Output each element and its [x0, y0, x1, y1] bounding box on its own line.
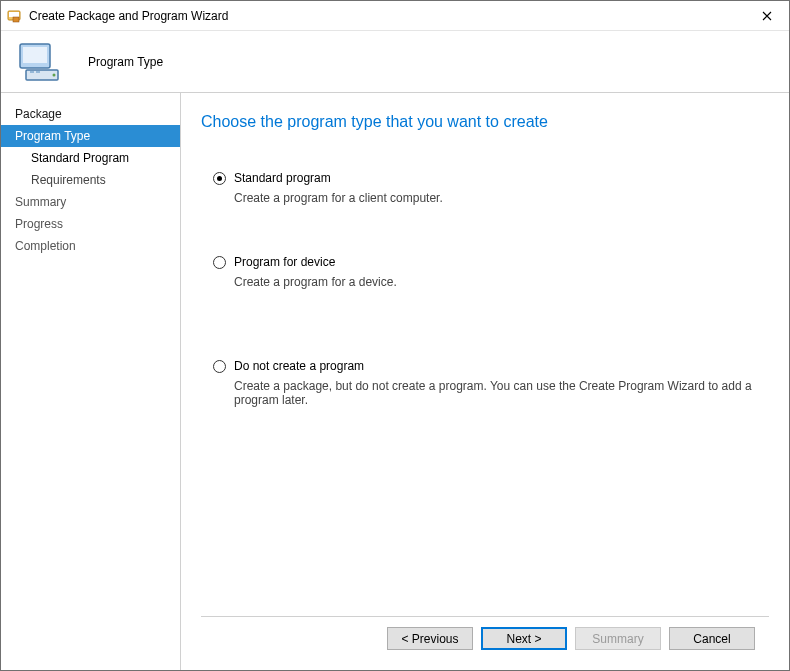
summary-button: Summary	[575, 627, 661, 650]
option-label: Do not create a program	[234, 359, 364, 373]
svg-rect-7	[30, 71, 34, 73]
radio-program-for-device[interactable]	[213, 256, 226, 269]
header-title: Program Type	[88, 55, 163, 69]
option-standard-program: Standard program Create a program for a …	[201, 171, 769, 205]
svg-rect-2	[13, 17, 19, 22]
nav-item-standard-program[interactable]: Standard Program	[1, 147, 180, 169]
nav-item-summary[interactable]: Summary	[1, 191, 180, 213]
nav-item-requirements[interactable]: Requirements	[1, 169, 180, 191]
option-label: Program for device	[234, 255, 335, 269]
option-desc: Create a package, but do not create a pr…	[234, 379, 769, 407]
svg-point-6	[53, 73, 56, 76]
radio-standard-program[interactable]	[213, 172, 226, 185]
svg-rect-1	[9, 12, 19, 17]
option-row[interactable]: Standard program	[213, 171, 769, 185]
nav-sidebar: Package Program Type Standard Program Re…	[1, 93, 181, 670]
option-desc: Create a program for a device.	[234, 275, 769, 289]
nav-item-completion[interactable]: Completion	[1, 235, 180, 257]
nav-item-progress[interactable]: Progress	[1, 213, 180, 235]
radio-do-not-create[interactable]	[213, 360, 226, 373]
nav-item-program-type[interactable]: Program Type	[1, 125, 180, 147]
wizard-header: Program Type	[1, 31, 789, 93]
header-computer-icon	[16, 38, 64, 86]
main-panel: Choose the program type that you want to…	[181, 93, 789, 670]
option-do-not-create: Do not create a program Create a package…	[201, 359, 769, 407]
option-desc: Create a program for a client computer.	[234, 191, 769, 205]
option-row[interactable]: Program for device	[213, 255, 769, 269]
svg-rect-8	[36, 71, 40, 73]
option-row[interactable]: Do not create a program	[213, 359, 769, 373]
wizard-body: Package Program Type Standard Program Re…	[1, 93, 789, 670]
button-bar: < Previous Next > Summary Cancel	[201, 616, 769, 660]
previous-button[interactable]: < Previous	[387, 627, 473, 650]
next-button[interactable]: Next >	[481, 627, 567, 650]
close-button[interactable]	[744, 1, 789, 30]
wizard-window: Create Package and Program Wizard Progra…	[0, 0, 790, 671]
title-bar: Create Package and Program Wizard	[1, 1, 789, 31]
option-label: Standard program	[234, 171, 331, 185]
nav-item-package[interactable]: Package	[1, 103, 180, 125]
cancel-button[interactable]: Cancel	[669, 627, 755, 650]
page-heading: Choose the program type that you want to…	[201, 113, 769, 131]
svg-rect-4	[23, 47, 47, 63]
options-group: Standard program Create a program for a …	[201, 171, 769, 616]
option-program-for-device: Program for device Create a program for …	[201, 255, 769, 289]
window-title: Create Package and Program Wizard	[29, 9, 744, 23]
app-icon	[7, 8, 23, 24]
